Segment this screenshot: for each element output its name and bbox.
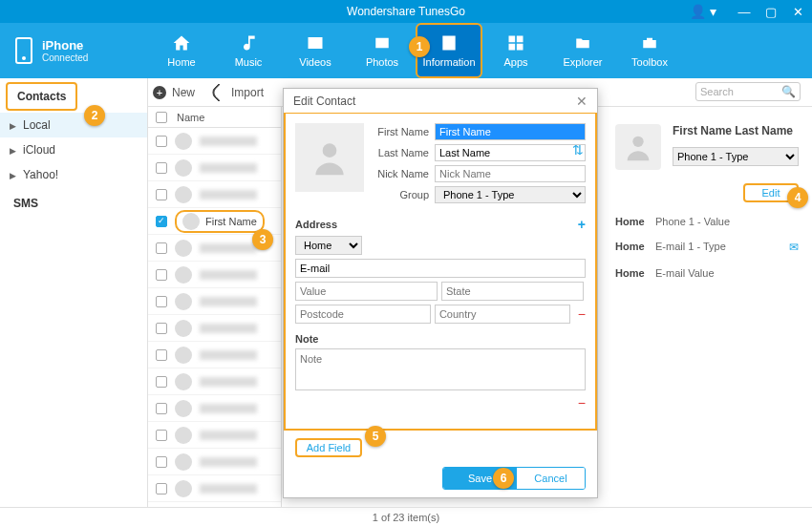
list-item[interactable] xyxy=(148,315,281,342)
minimize-icon[interactable]: ― xyxy=(736,5,753,19)
postcode-input[interactable] xyxy=(295,305,431,324)
new-button[interactable]: +New xyxy=(153,86,195,99)
list-item[interactable] xyxy=(148,395,281,422)
tab-explorer[interactable]: Explorer xyxy=(549,23,616,78)
row-checkbox[interactable] xyxy=(156,269,167,281)
svg-point-1 xyxy=(323,143,337,158)
search-input[interactable]: Search🔍 xyxy=(695,82,801,101)
select-all-checkbox[interactable] xyxy=(156,112,167,123)
contact-name xyxy=(200,431,257,440)
remove-address-icon[interactable]: − xyxy=(578,306,586,322)
list-item[interactable] xyxy=(148,342,281,368)
plus-icon: + xyxy=(153,86,166,99)
list-item[interactable] xyxy=(148,262,281,288)
avatar xyxy=(175,373,192,390)
row-checkbox[interactable] xyxy=(156,162,167,174)
list-item[interactable] xyxy=(148,128,281,155)
sidebar-item-icloud[interactable]: ▶iCloud xyxy=(0,137,147,162)
device-panel[interactable]: iPhone Connected xyxy=(0,37,148,64)
list-item[interactable] xyxy=(148,422,281,449)
sidebar: Contacts ▶Local ▶iCloud ▶Yahoo! SMS xyxy=(0,78,148,507)
last-name-input[interactable] xyxy=(435,144,586,161)
avatar xyxy=(175,480,192,497)
row-checkbox[interactable] xyxy=(156,456,167,468)
contact-name xyxy=(200,190,257,200)
contact-name xyxy=(200,243,257,253)
list-header: Name xyxy=(148,107,281,128)
row-checkbox[interactable] xyxy=(156,483,167,494)
mail-icon[interactable]: ✉ xyxy=(789,241,799,254)
phone-type-select[interactable]: Phone 1 - Type xyxy=(673,147,799,166)
close-icon[interactable]: ✕ xyxy=(576,94,588,109)
note-input[interactable] xyxy=(295,348,586,390)
row-checkbox[interactable] xyxy=(156,349,167,361)
list-item[interactable] xyxy=(148,155,281,181)
swap-icon[interactable]: ⇅ xyxy=(572,142,584,158)
svg-point-0 xyxy=(632,137,643,147)
import-icon xyxy=(209,83,228,102)
avatar xyxy=(175,453,192,471)
row-checkbox[interactable] xyxy=(156,242,167,254)
avatar xyxy=(175,293,192,310)
value-input[interactable] xyxy=(295,282,438,301)
add-address-icon[interactable]: + xyxy=(578,217,586,232)
list-item[interactable] xyxy=(148,475,281,502)
address-type-select[interactable]: Home xyxy=(295,236,362,255)
sidebar-header-contacts[interactable]: Contacts xyxy=(6,82,77,111)
email-input[interactable] xyxy=(295,259,586,278)
add-field-button[interactable]: Add Field xyxy=(295,438,362,457)
sidebar-header-sms[interactable]: SMS xyxy=(0,187,147,216)
contact-name xyxy=(200,324,257,333)
tab-apps[interactable]: Apps xyxy=(482,23,549,78)
maximize-icon[interactable]: ▢ xyxy=(762,5,780,19)
callout-6: 6 xyxy=(493,468,514,489)
list-body[interactable]: First Name xyxy=(148,128,281,507)
callout-5: 5 xyxy=(365,426,386,447)
tab-photos[interactable]: Photos xyxy=(349,23,416,78)
avatar[interactable] xyxy=(295,123,364,192)
import-button[interactable]: Import xyxy=(212,86,264,99)
device-status: Connected xyxy=(42,53,88,63)
dialog-header: Edit Contact ✕ xyxy=(284,89,597,114)
callout-2: 2 xyxy=(84,105,105,126)
row-checkbox[interactable] xyxy=(156,136,167,147)
tab-videos[interactable]: Videos xyxy=(282,23,349,78)
close-icon[interactable]: ✕ xyxy=(789,5,806,19)
tab-music[interactable]: Music xyxy=(215,23,282,78)
row-checkbox[interactable] xyxy=(156,430,167,441)
user-icon[interactable]: 👤 ▾ xyxy=(690,4,716,19)
column-name: Name xyxy=(177,112,204,123)
list-item[interactable] xyxy=(148,368,281,395)
list-item[interactable] xyxy=(148,181,281,208)
row-checkbox[interactable] xyxy=(156,189,167,200)
state-input[interactable] xyxy=(441,282,584,301)
country-input[interactable] xyxy=(435,305,570,324)
tab-toolbox[interactable]: Toolbox xyxy=(616,23,683,78)
sidebar-item-local[interactable]: ▶Local xyxy=(0,113,147,137)
contact-name xyxy=(200,457,257,467)
cancel-button[interactable]: Cancel xyxy=(517,468,585,489)
music-icon xyxy=(237,33,260,53)
tab-home[interactable]: Home xyxy=(148,23,215,78)
sidebar-item-yahoo[interactable]: ▶Yahoo! xyxy=(0,162,147,187)
row-checkbox[interactable] xyxy=(156,216,167,227)
list-item[interactable] xyxy=(148,449,281,475)
contact-name xyxy=(200,270,257,280)
list-item[interactable] xyxy=(148,288,281,315)
contact-name xyxy=(200,377,257,387)
row-checkbox[interactable] xyxy=(156,403,167,414)
status-bar: 1 of 23 item(s) xyxy=(0,507,812,526)
phone-icon xyxy=(15,37,32,64)
row-checkbox[interactable] xyxy=(156,376,167,388)
group-select[interactable]: Phone 1 - Type xyxy=(435,186,586,203)
window-controls: ― ▢ ✕ xyxy=(736,0,806,23)
nick-name-input[interactable] xyxy=(435,165,586,182)
remove-note-icon[interactable]: − xyxy=(578,395,586,410)
avatar xyxy=(175,240,192,257)
device-name: iPhone xyxy=(42,38,88,53)
row-checkbox[interactable] xyxy=(156,323,167,334)
search-icon: 🔍 xyxy=(781,85,796,98)
row-checkbox[interactable] xyxy=(156,296,167,307)
first-name-input[interactable] xyxy=(435,123,586,140)
apps-icon xyxy=(504,33,527,53)
